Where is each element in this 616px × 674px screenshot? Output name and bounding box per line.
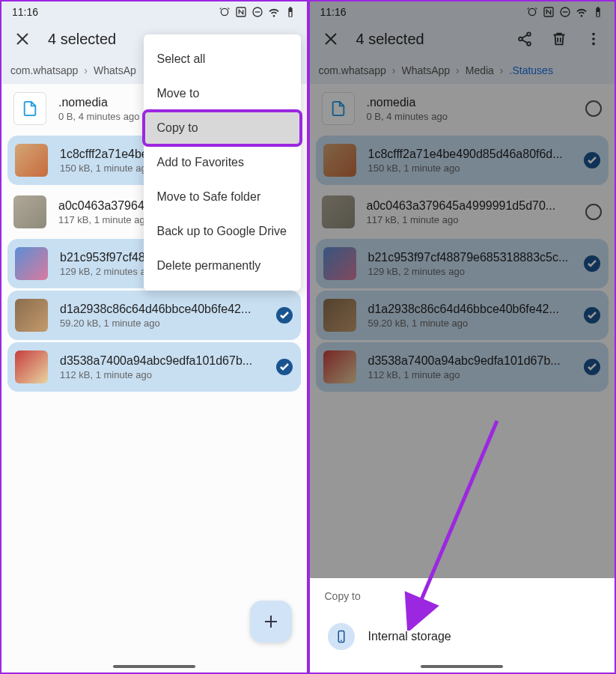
phone-right: 11:16 4 selected com.whatsapp › WhatsApp… [307,1,615,673]
breadcrumb[interactable]: com.whatsapp › WhatsApp › Media › .Statu… [310,58,615,84]
status-bar: 11:16 [1,1,307,19]
file-info: 1c8cfff2a71e4be490d85d46a80f6d...150 kB,… [368,148,572,174]
file-info: d3538a7400a94abc9edfa101d67b...112 kB, 1… [368,354,572,380]
nfc-icon [235,6,247,18]
file-name: b21c953f97cf48879e685318883c5c... [368,251,572,264]
chevron-right-icon: › [456,64,460,76]
file-meta: 129 kB, 2 minutes ago [368,266,572,277]
checkmark-icon[interactable] [275,358,293,376]
breadcrumb-item[interactable]: com.whatsapp [319,64,386,76]
battery-icon [592,6,604,18]
menu-backup-drive[interactable]: Back up to Google Drive [144,214,301,249]
image-thumbnail [322,195,355,228]
phone-left: 11:16 4 selected com.whatsapp › WhatsAp … [1,1,307,673]
trash-icon[interactable] [550,30,568,48]
file-meta: 112 kB, 1 minute ago [368,369,572,380]
svg-point-12 [592,37,595,40]
file-row[interactable]: 1c8cfff2a71e4be490d85d46a80f6d...150 kB,… [316,136,609,185]
more-icon[interactable] [585,30,603,48]
file-name: a0c0463a379645a4999991d5d70... [367,199,573,213]
file-name: 1c8cfff2a71e4be490d85d46a80f6d... [368,148,572,161]
nav-handle[interactable] [113,665,195,668]
file-name: d1a2938c86c64d46bbce40b6fe42... [368,303,572,316]
file-row[interactable]: d3538a7400a94abc9edfa101d67b...112 kB, 1… [316,342,609,392]
checkmark-icon[interactable] [583,255,601,273]
checkbox-empty[interactable] [585,203,603,221]
phone-storage-icon [328,623,355,650]
file-row[interactable]: b21c953f97cf48879e685318883c5c...129 kB,… [316,239,609,288]
status-icons [526,6,604,18]
file-row[interactable]: a0c0463a379645a4999991d5d70...117 kB, 1 … [310,187,615,237]
breadcrumb-item[interactable]: com.whatsapp [10,64,78,76]
share-icon[interactable] [516,30,534,48]
image-thumbnail [15,350,48,383]
chevron-right-icon: › [500,64,504,76]
close-icon[interactable] [13,30,31,48]
plus-icon [262,613,280,631]
image-thumbnail [323,247,356,280]
copy-to-sheet: Copy to Internal storage [310,578,615,673]
file-info: d3538a7400a94abc9edfa101d67b...112 kB, 1… [60,354,263,380]
image-thumbnail [323,299,356,332]
checkbox-empty[interactable] [585,100,603,118]
dnd-icon [251,6,263,18]
menu-move-to[interactable]: Move to [144,76,301,111]
file-info: b21c953f97cf48879e685318883c5c...129 kB,… [368,251,572,277]
file-info: d1a2938c86c64d46bbce40b6fe42...59.20 kB,… [368,303,572,329]
checkmark-icon[interactable] [583,151,601,169]
file-row[interactable]: d1a2938c86c64d46bbce40b6fe42...59.20 kB,… [316,291,609,340]
file-info: a0c0463a379645a4999991d5d70...117 kB, 1 … [367,199,573,225]
svg-point-16 [586,204,601,219]
close-icon[interactable] [322,30,340,48]
file-meta: 150 kB, 1 minute ago [368,163,572,174]
status-time: 11:16 [12,6,38,18]
alarm-icon [526,6,538,18]
file-name: d1a2938c86c64d46bbce40b6fe42... [60,303,263,316]
breadcrumb-item[interactable]: WhatsApp [401,64,450,76]
file-meta: 117 kB, 1 minute ago [367,214,573,225]
breadcrumb-item[interactable]: Media [466,64,494,76]
menu-add-favorites[interactable]: Add to Favorites [144,145,301,180]
checkmark-icon[interactable] [583,306,601,324]
menu-copy-to[interactable]: Copy to [144,111,301,145]
add-fab[interactable] [250,601,292,643]
wifi-icon [576,6,588,18]
breadcrumb-item[interactable]: WhatsAp [94,64,136,76]
file-info: .nomedia0 B, 4 minutes ago [367,96,573,122]
nav-handle[interactable] [421,665,503,668]
menu-delete-permanently[interactable]: Delete permanently [144,249,301,283]
file-row[interactable]: d3538a7400a94abc9edfa101d67b...112 kB, 1… [7,342,301,392]
image-thumbnail [323,350,356,383]
image-thumbnail [13,195,46,228]
checkmark-icon[interactable] [275,306,293,324]
breadcrumb-item[interactable]: .Statuses [510,64,553,76]
file-name: d3538a7400a94abc9edfa101d67b... [368,354,572,368]
menu-select-all[interactable]: Select all [144,42,301,76]
file-meta: 59.20 kB, 1 minute ago [60,318,263,329]
chevron-right-icon: › [392,64,396,76]
svg-point-14 [586,101,601,116]
internal-storage-row[interactable]: Internal storage [325,616,600,665]
status-time: 11:16 [320,6,347,18]
menu-safe-folder[interactable]: Move to Safe folder [144,180,301,214]
file-name: d3538a7400a94abc9edfa101d67b... [60,354,263,368]
file-meta: 112 kB, 1 minute ago [60,369,263,380]
app-bar: 4 selected [310,19,615,58]
wifi-icon [268,6,280,18]
status-bar: 11:16 [310,1,615,19]
status-icons [219,6,296,18]
file-name: .nomedia [367,96,573,109]
selection-title: 4 selected [356,31,500,48]
file-meta: 0 B, 4 minutes ago [367,111,573,122]
image-thumbnail [323,144,356,177]
file-icon [322,92,355,125]
storage-label: Internal storage [368,630,451,643]
sheet-title: Copy to [325,590,600,602]
file-row[interactable]: d1a2938c86c64d46bbce40b6fe42...59.20 kB,… [7,291,301,340]
alarm-icon [219,6,231,18]
dnd-icon [559,6,571,18]
file-info: d1a2938c86c64d46bbce40b6fe42...59.20 kB,… [60,303,263,329]
checkmark-icon[interactable] [583,358,601,376]
image-thumbnail [15,247,48,280]
file-row[interactable]: .nomedia0 B, 4 minutes ago [310,84,615,133]
